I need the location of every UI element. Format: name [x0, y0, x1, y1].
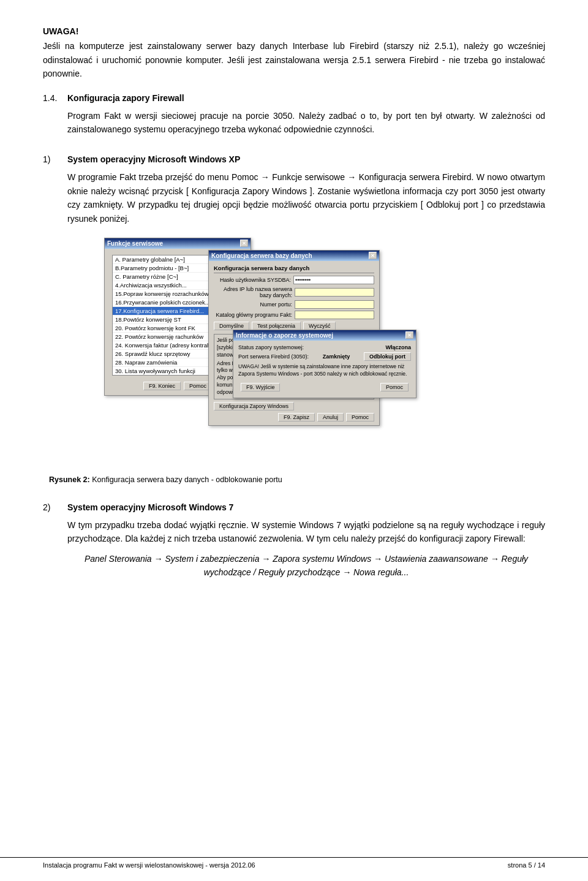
zapora-status-row: Status zapory systemowej: Włączona	[238, 344, 411, 350]
config-row-sysdba: Hasło użytkownika SYSDBA: ••••••••	[214, 276, 374, 284]
config-label-port: Numer portu:	[214, 301, 295, 308]
zapora-port-row: Port serwera Firebird (3050): Zamknięty …	[238, 352, 411, 361]
funkcje-close-btn[interactable]: ✕	[240, 240, 248, 247]
wyczysc-btn[interactable]: Wyczyść	[303, 322, 336, 330]
section2-para1: W tym przypadku trzeba dodać wyjątki ręc…	[67, 518, 545, 546]
f9-zapisz-btn[interactable]: F9. Zapisz	[278, 413, 315, 422]
config-label-katalog: Katalog główny programu Fakt:	[214, 312, 295, 318]
f9-koniec-btn[interactable]: F9. Koniec	[143, 382, 181, 390]
figure-container: Funkcje serwisowe ✕ A. Parametry globaln…	[43, 238, 545, 484]
section1-body: W programie Fakt trzeba przejść do menu …	[67, 170, 545, 225]
section-title: Konfiguracja zapory Firewall	[67, 93, 545, 103]
anuluj-btn[interactable]: Anuluj	[317, 413, 344, 422]
config-input-port[interactable]	[295, 300, 374, 309]
warning-text: Jeśli na komputerze jest zainstalowany s…	[43, 39, 545, 80]
section1-title: System operacyjny Microsoft Windows XP	[67, 154, 240, 164]
footer-left: Instalacja programu Fakt w wersji wielos…	[43, 861, 255, 869]
section2-body: W tym przypadku trzeba dodać wyjątki ręc…	[67, 518, 545, 580]
section1-number: 1)	[43, 154, 61, 164]
zapora-close-btn[interactable]: ✕	[405, 331, 413, 339]
zapora-status-label: Status zapory systemowej:	[238, 344, 304, 350]
screenshot-wrapper: Funkcje serwisowe ✕ A. Parametry globaln…	[104, 238, 484, 471]
funkcje-title-text: Funkcje serwisowe	[107, 240, 163, 247]
figure-caption-bold: Rysunek 2:	[49, 475, 90, 484]
section2-title: System operacyjny Microsoft Windows 7	[67, 502, 233, 512]
config-row-katalog: Katalog główny programu Fakt:	[214, 311, 374, 319]
zapora-pomoc-btn[interactable]: Pomoc	[380, 383, 409, 391]
zapora-port-value: Zamknięty	[323, 354, 350, 360]
config-input-katalog[interactable]	[295, 311, 374, 319]
section2-path: Panel Sterowania → System i zabezpieczen…	[67, 552, 545, 580]
zapora-port-label: Port serwera Firebird (3050):	[238, 354, 309, 360]
zapora-systemowa-window: Informacje o zaporze systemowej ✕ Status…	[233, 330, 417, 398]
section-winxp: 1) System operacyjny Microsoft Windows X…	[43, 154, 545, 225]
figure-caption-rest: Konfiguracja serwera bazy danych - odblo…	[90, 475, 282, 484]
section-1-4: 1.4. Konfiguracja zapory Firewall Progra…	[43, 93, 545, 143]
section-number: 1.4.	[43, 93, 61, 143]
zapora-titlebar: Informacje o zaporze systemowej ✕	[233, 330, 416, 341]
config-input-ip[interactable]	[295, 288, 374, 297]
section1-para1: W programie Fakt trzeba przejść do menu …	[67, 170, 545, 225]
config-row-ip: Adres IP lub nazwa serwera bazy danych:	[214, 286, 374, 298]
section-win7: 2) System operacyjny Microsoft Windows 7…	[43, 502, 545, 580]
config-input-sysdba[interactable]: ••••••••	[293, 276, 374, 284]
zapora-status-value: Włączona	[385, 344, 411, 350]
footer-right: strona 5 / 14	[508, 861, 545, 869]
warning-title: UWAGA!	[43, 25, 545, 38]
section-content: Konfiguracja zapory Firewall Program Fak…	[67, 93, 545, 143]
f9-wyjscie-btn[interactable]: F9. Wyjście	[241, 383, 280, 391]
zapora-content: Status zapory systemowej: Włączona Port …	[233, 341, 416, 398]
test-polaczenia-btn[interactable]: Test połączenia	[252, 322, 301, 330]
section2-number: 2)	[43, 502, 61, 512]
config-titlebar: Konfiguracja serwera bazy danych ✕	[209, 251, 379, 261]
config-subtitle: Konfiguracja serwera bazy danych	[214, 265, 374, 273]
config-label-sysdba: Hasło użytkownika SYSDBA:	[214, 277, 293, 283]
funkcje-titlebar: Funkcje serwisowe ✕	[105, 238, 251, 249]
config-row-port: Numer portu:	[214, 300, 374, 309]
domyslne-btn[interactable]: Domyślne	[214, 322, 249, 330]
figure-caption: Rysunek 2: Konfiguracja serwera bazy dan…	[43, 475, 545, 484]
config-pomoc-btn[interactable]: Pomoc	[346, 413, 374, 422]
zapora-buttons: F9. Wyjście Pomoc	[238, 382, 411, 394]
konfiguracja-zapory-windows-btn[interactable]: Konfiguracja Zapory Windows	[214, 402, 294, 410]
odblokuj-port-btn[interactable]: Odblokuj port	[364, 352, 411, 361]
page-footer: Instalacja programu Fakt w wersji wielos…	[0, 857, 588, 869]
zapora-title-text: Informacje o zaporze systemowej	[236, 332, 333, 339]
config-label-ip: Adres IP lub nazwa serwera bazy danych:	[214, 286, 295, 298]
config-close-btn[interactable]: ✕	[369, 252, 377, 259]
config-title-text: Konfiguracja serwera bazy danych	[211, 252, 312, 259]
zapora-note: UWAGA! Jeśli w systemie są zainstalowane…	[238, 363, 411, 378]
section-para1: Program Fakt w wersji sieciowej pracuje …	[67, 109, 545, 137]
